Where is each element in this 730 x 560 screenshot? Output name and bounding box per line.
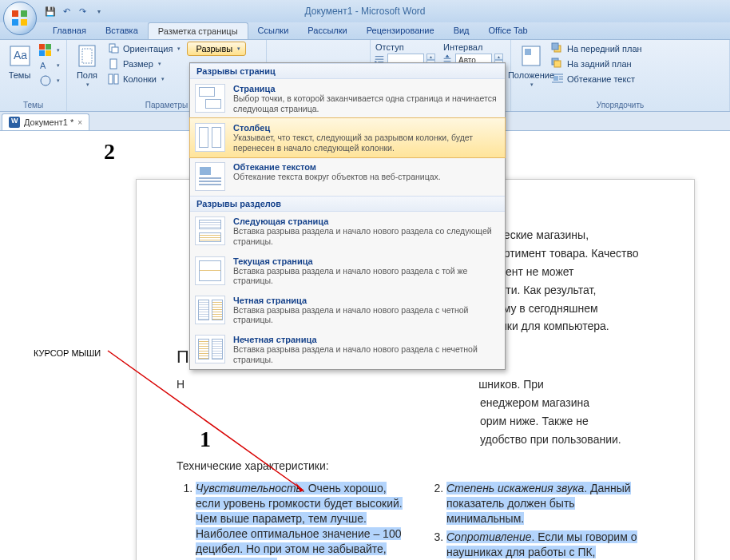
- svg-rect-6: [39, 44, 45, 50]
- position-icon: [518, 43, 544, 69]
- menu-item-title: Страница: [233, 84, 500, 93]
- qat-customize-icon[interactable]: ▼: [91, 4, 105, 18]
- window-title: Документ1 - Microsoft Word: [304, 6, 425, 17]
- svg-rect-16: [110, 59, 117, 69]
- themes-icon: Aa: [7, 43, 33, 69]
- menu-item-desc: Вставка разрыва раздела и начало нового …: [233, 226, 500, 246]
- theme-fonts-button[interactable]: A▾: [36, 58, 63, 73]
- menu-item-text-wrapping-break[interactable]: Обтекание текстомОбтекание текста вокруг…: [190, 157, 505, 196]
- svg-rect-8: [39, 50, 45, 56]
- margins-button[interactable]: Поля▾: [70, 42, 104, 100]
- two-column-layout: Чувствительность. Очень хорошо, если уро…: [177, 481, 654, 560]
- quick-access-toolbar: 💾 ↶ ↷ ▼: [43, 4, 105, 18]
- page-break-icon: [195, 84, 225, 113]
- themes-button[interactable]: Aa Темы: [3, 42, 36, 100]
- menu-item-odd-page-section[interactable]: Нечетная страницаВставка разрыва раздела…: [190, 330, 505, 369]
- text-wrap-label: Обтекание текст: [567, 74, 635, 84]
- body-text: енеджером магазина: [480, 395, 589, 411]
- tab-home[interactable]: Главная: [43, 22, 96, 39]
- menu-item-desc: Вставка разрыва раздела и начало нового …: [233, 266, 500, 286]
- body-text: шников. При: [478, 377, 544, 392]
- breaks-button[interactable]: Разрывы▾: [187, 42, 246, 56]
- theme-fonts-icon: A: [39, 59, 52, 72]
- dropdown-section-page-breaks: Разрывы страниц: [190, 63, 505, 79]
- save-icon[interactable]: 💾: [43, 4, 58, 18]
- theme-colors-button[interactable]: ▾: [36, 43, 63, 58]
- menu-item-desc: Выбор точки, в которой заканчивается одн…: [233, 93, 500, 113]
- menu-item-column-break[interactable]: СтолбецУказывает, что текст, следующий з…: [190, 118, 505, 157]
- tab-page-layout[interactable]: Разметка страницы: [148, 22, 248, 39]
- text-wrap-icon: [551, 73, 564, 85]
- word-doc-icon: [9, 117, 20, 128]
- ribbon-tabs: Главная Вставка Разметка страницы Ссылки…: [0, 22, 730, 40]
- tab-review[interactable]: Рецензирование: [357, 22, 444, 39]
- svg-rect-2: [12, 19, 18, 26]
- tab-mailings[interactable]: Рассылки: [298, 22, 356, 39]
- annotation-cursor-label: КУРСОР МЫШИ: [34, 348, 101, 358]
- menu-item-desc: Указывает, что текст, следующий за разры…: [233, 133, 500, 153]
- annotation-number-2: 2: [104, 139, 115, 165]
- breaks-dropdown-menu: Разрывы страниц СтраницаВыбор точки, в к…: [189, 62, 506, 370]
- list-item: Чувствительность. Очень хорошо, если уро…: [196, 481, 403, 560]
- group-arrange: Положение▾ На передний план На задний пл…: [511, 40, 730, 111]
- margins-icon: [74, 43, 100, 69]
- themes-label: Темы: [9, 70, 31, 80]
- menu-item-title: Столбец: [233, 123, 500, 133]
- menu-item-continuous-section[interactable]: Текущая страницаВставка разрыва раздела …: [190, 252, 505, 291]
- columns-button[interactable]: Колонки▾: [104, 72, 184, 86]
- size-icon: [107, 58, 120, 70]
- tab-office-tab[interactable]: Office Tab: [479, 22, 538, 39]
- dropdown-section-section-breaks: Разрывы разделов: [190, 196, 505, 212]
- menu-item-title: Обтекание текстом: [233, 162, 441, 172]
- menu-item-title: Текущая страница: [233, 256, 500, 266]
- subheading: Технические характеристики:: [177, 459, 654, 474]
- position-button[interactable]: Положение▾: [514, 42, 548, 100]
- close-icon[interactable]: ×: [77, 118, 82, 127]
- theme-effects-button[interactable]: ▾: [36, 73, 63, 88]
- text-wrapping-button[interactable]: Обтекание текст: [548, 72, 645, 86]
- group-themes-label: Темы: [3, 100, 63, 111]
- columns-label: Колонки: [123, 74, 157, 84]
- theme-colors-icon: [39, 44, 52, 57]
- menu-item-even-page-section[interactable]: Четная страницаВставка разрыва раздела и…: [190, 291, 505, 330]
- send-back-icon: [551, 58, 564, 70]
- indent-section-label: Отступ: [374, 42, 435, 53]
- tab-view[interactable]: Вид: [444, 22, 479, 39]
- svg-rect-1: [21, 10, 27, 17]
- titlebar: 💾 ↶ ↷ ▼ Документ1 - Microsoft Word: [0, 0, 730, 22]
- office-button[interactable]: [3, 2, 37, 35]
- body-text: Н: [177, 378, 184, 391]
- body-text: удобство при пользовании.: [480, 432, 621, 447]
- menu-item-desc: Обтекание текста вокруг объектов на веб-…: [233, 172, 441, 182]
- size-button[interactable]: Размер▾: [104, 57, 184, 71]
- redo-icon[interactable]: ↷: [75, 4, 89, 18]
- tab-insert[interactable]: Вставка: [96, 22, 148, 39]
- send-back-label: На задний план: [567, 59, 632, 69]
- margins-label: Поля: [77, 70, 97, 80]
- send-to-back-button[interactable]: На задний план: [548, 57, 645, 71]
- undo-icon[interactable]: ↶: [59, 4, 73, 18]
- menu-item-desc: Вставка разрыва раздела и начало нового …: [233, 305, 500, 325]
- menu-item-title: Четная страница: [233, 296, 500, 305]
- svg-point-11: [41, 76, 50, 85]
- group-themes: Aa Темы ▾ A▾ ▾ Темы: [0, 40, 67, 111]
- theme-effects-icon: [39, 74, 52, 87]
- list-item: Сопротивление. Если мы говорим о наушник…: [446, 530, 654, 560]
- bring-to-front-button[interactable]: На передний план: [548, 42, 645, 56]
- continuous-section-icon: [195, 256, 225, 285]
- office-logo-icon: [10, 9, 30, 28]
- bring-front-icon: [551, 42, 564, 55]
- columns-icon: [107, 73, 120, 85]
- document-tab[interactable]: Документ1 * ×: [2, 113, 89, 130]
- orientation-button[interactable]: Ориентация▾: [104, 42, 184, 56]
- menu-item-page-break[interactable]: СтраницаВыбор точки, в которой заканчива…: [190, 79, 505, 118]
- svg-text:A: A: [40, 61, 46, 70]
- menu-item-next-page-section[interactable]: Следующая страницаВставка разрыва раздел…: [190, 212, 505, 251]
- spacing-section-label: Интервал: [442, 42, 503, 53]
- bring-front-label: На передний план: [567, 44, 642, 54]
- svg-rect-17: [109, 74, 113, 84]
- odd-page-section-icon: [195, 335, 225, 363]
- even-page-section-icon: [195, 296, 225, 324]
- tab-references[interactable]: Ссылки: [248, 22, 299, 39]
- breaks-label: Разрывы: [196, 44, 232, 54]
